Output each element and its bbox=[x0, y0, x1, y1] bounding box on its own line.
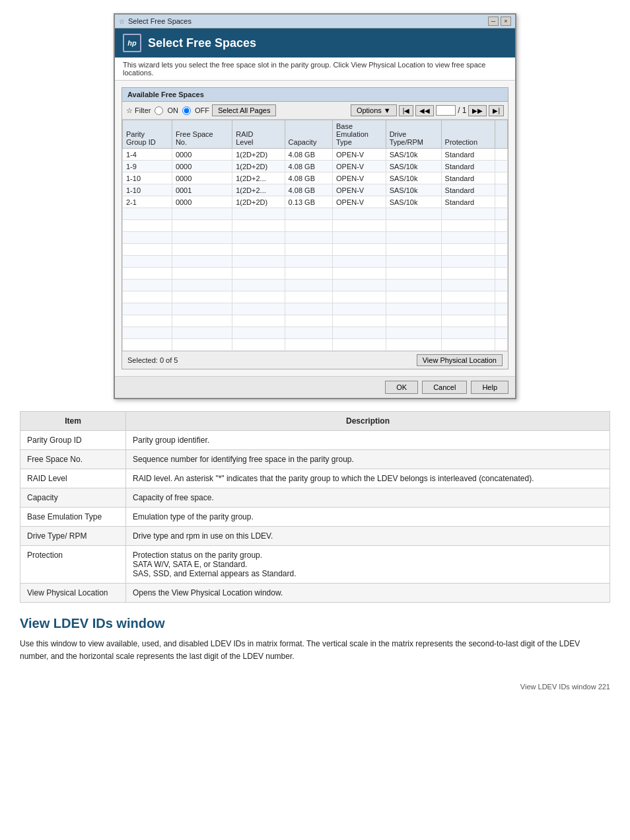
prev-page-button[interactable]: ◀◀ bbox=[415, 105, 434, 116]
table-cell bbox=[495, 172, 508, 184]
table-cell: SAS/10k bbox=[386, 196, 441, 208]
table-empty-cell bbox=[123, 232, 172, 244]
col-header-free-space-no: Free SpaceNo. bbox=[172, 120, 232, 149]
table-empty-cell bbox=[333, 327, 386, 339]
table-row[interactable]: 1-1000011(2D+2...4.08 GBOPEN-VSAS/10kSta… bbox=[123, 184, 508, 196]
table-cell: 1-9 bbox=[123, 161, 172, 172]
table-empty-cell bbox=[495, 232, 508, 244]
toolbar: ☆ Filter ON OFF Select All Pages Options… bbox=[122, 102, 508, 120]
select-all-pages-button[interactable]: Select All Pages bbox=[212, 104, 277, 116]
on-off-radio-group: ON OFF bbox=[153, 106, 209, 115]
dialog-window: ☆ Select Free Spaces ─ × hp Select Free … bbox=[114, 13, 516, 399]
table-empty-row bbox=[123, 244, 508, 256]
next-page-button[interactable]: ▶▶ bbox=[468, 105, 487, 116]
view-physical-location-button[interactable]: View Physical Location bbox=[417, 354, 503, 366]
table-empty-cell bbox=[172, 220, 232, 232]
page-total: 1 bbox=[462, 106, 467, 115]
table-cell: OPEN-V bbox=[333, 161, 386, 172]
selection-status: Selected: 0 of 5 bbox=[127, 356, 178, 364]
off-label: OFF bbox=[195, 106, 209, 114]
dialog-body: Available Free Spaces ☆ Filter ON OFF Se… bbox=[115, 81, 515, 376]
table-empty-cell bbox=[232, 303, 285, 315]
table-empty-row bbox=[123, 208, 508, 220]
table-empty-cell bbox=[285, 339, 332, 351]
table-empty-cell bbox=[172, 268, 232, 280]
table-empty-cell bbox=[495, 327, 508, 339]
desc-item: Capacity bbox=[20, 488, 126, 508]
table-empty-cell bbox=[386, 208, 441, 220]
ok-button[interactable]: OK bbox=[385, 381, 418, 394]
table-empty-cell bbox=[441, 220, 495, 232]
on-radio[interactable] bbox=[155, 106, 163, 115]
off-radio[interactable] bbox=[182, 106, 191, 115]
table-empty-cell bbox=[172, 303, 232, 315]
help-button[interactable]: Help bbox=[471, 381, 508, 394]
table-empty-cell bbox=[333, 315, 386, 327]
col-header-parity-group-id: ParityGroup ID bbox=[123, 120, 172, 149]
table-empty-row bbox=[123, 220, 508, 232]
close-button[interactable]: × bbox=[501, 17, 511, 26]
table-empty-cell bbox=[333, 256, 386, 268]
table-empty-cell bbox=[285, 220, 332, 232]
desc-description: Parity group identifier. bbox=[126, 431, 610, 450]
table-empty-cell bbox=[172, 291, 232, 303]
table-empty-cell bbox=[172, 244, 232, 256]
table-empty-cell bbox=[333, 303, 386, 315]
titlebar-title: Select Free Spaces bbox=[128, 17, 192, 25]
table-empty-cell bbox=[123, 327, 172, 339]
table-empty-cell bbox=[495, 291, 508, 303]
desc-col-item: Item bbox=[20, 412, 126, 431]
table-cell: 1-10 bbox=[123, 184, 172, 196]
table-empty-cell bbox=[285, 280, 332, 291]
titlebar-left: ☆ Select Free Spaces bbox=[119, 17, 192, 25]
desc-description: Capacity of free space. bbox=[126, 488, 610, 508]
page-input[interactable]: 1 bbox=[436, 105, 456, 116]
first-page-button[interactable]: |◀ bbox=[399, 105, 414, 116]
table-empty-row bbox=[123, 280, 508, 291]
table-empty-cell bbox=[386, 339, 441, 351]
table-empty-cell bbox=[232, 327, 285, 339]
table-empty-cell bbox=[172, 327, 232, 339]
panel-title: Available Free Spaces bbox=[122, 88, 508, 102]
table-cell: 0001 bbox=[172, 184, 232, 196]
table-empty-cell bbox=[172, 315, 232, 327]
titlebar-app-icon: ☆ bbox=[119, 18, 125, 25]
table-cell: 1(2D+2D) bbox=[232, 149, 285, 161]
table-row[interactable]: 2-100001(2D+2D)0.13 GBOPEN-VSAS/10kStand… bbox=[123, 196, 508, 208]
table-empty-cell bbox=[495, 280, 508, 291]
table-empty-cell bbox=[232, 256, 285, 268]
desc-table-row: RAID LevelRAID level. An asterisk "*" in… bbox=[20, 469, 610, 488]
page-number: View LDEV IDs window 221 bbox=[20, 683, 610, 691]
last-page-button[interactable]: ▶| bbox=[489, 105, 504, 116]
table-empty-cell bbox=[333, 244, 386, 256]
col-header-drive-type-rpm: DriveType/RPM bbox=[386, 120, 441, 149]
table-empty-cell bbox=[123, 208, 172, 220]
table-empty-cell bbox=[441, 208, 495, 220]
page-container: ☆ Select Free Spaces ─ × hp Select Free … bbox=[0, 0, 630, 704]
table-empty-cell bbox=[285, 268, 332, 280]
dialog-header: hp Select Free Spaces bbox=[115, 28, 515, 57]
table-row[interactable]: 1-1000001(2D+2...4.08 GBOPEN-VSAS/10kSta… bbox=[123, 172, 508, 184]
minimize-button[interactable]: ─ bbox=[488, 17, 499, 26]
table-cell: Standard bbox=[441, 172, 495, 184]
col-header-base-emulation-type: BaseEmulationType bbox=[333, 120, 386, 149]
table-empty-row bbox=[123, 303, 508, 315]
filter-group: ☆ Filter bbox=[126, 106, 151, 115]
table-empty-row bbox=[123, 256, 508, 268]
table-cell: 1(2D+2D) bbox=[232, 196, 285, 208]
desc-item: Free Space No. bbox=[20, 450, 126, 469]
cancel-button[interactable]: Cancel bbox=[422, 381, 467, 394]
table-row[interactable]: 1-900001(2D+2D)4.08 GBOPEN-VSAS/10kStand… bbox=[123, 161, 508, 172]
options-group: Options ▼ |◀ ◀◀ 1 / 1 ▶▶ ▶| bbox=[351, 104, 504, 116]
table-cell: 4.08 GB bbox=[285, 172, 332, 184]
table-empty-cell bbox=[386, 256, 441, 268]
table-empty-cell bbox=[441, 256, 495, 268]
table-empty-cell bbox=[232, 339, 285, 351]
table-cell: OPEN-V bbox=[333, 172, 386, 184]
options-button[interactable]: Options ▼ bbox=[351, 104, 397, 116]
page-separator: / bbox=[458, 106, 460, 115]
desc-item: Base Emulation Type bbox=[20, 508, 126, 527]
table-empty-cell bbox=[495, 303, 508, 315]
table-empty-cell bbox=[232, 280, 285, 291]
table-row[interactable]: 1-400001(2D+2D)4.08 GBOPEN-VSAS/10kStand… bbox=[123, 149, 508, 161]
